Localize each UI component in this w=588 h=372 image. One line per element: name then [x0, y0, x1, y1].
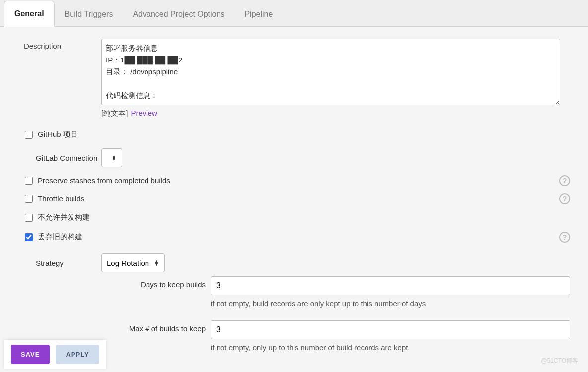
tab-pipeline[interactable]: Pipeline — [234, 2, 283, 27]
description-textarea[interactable] — [101, 39, 560, 105]
days-to-keep-label: Days to keep builds — [111, 276, 211, 293]
tab-general[interactable]: General — [4, 1, 55, 27]
preserve-stashes-label[interactable]: Preserve stashes from completed builds — [38, 176, 170, 185]
preserve-stashes-row: Preserve stashes from completed builds ? — [12, 171, 580, 189]
days-to-keep-help: if not empty, build records are only kep… — [211, 299, 570, 308]
disallow-concurrent-row: 不允许并发构建 — [12, 208, 580, 227]
max-builds-row: Max # of builds to keep if not empty, on… — [111, 320, 580, 362]
save-button[interactable]: SAVE — [11, 345, 50, 364]
description-row: Description [纯文本] Preview — [12, 39, 580, 118]
apply-button[interactable]: APPLY — [56, 345, 99, 364]
max-builds-label: Max # of builds to keep — [111, 320, 211, 337]
throttle-builds-checkbox[interactable] — [25, 195, 33, 203]
gitlab-connection-select[interactable] — [101, 148, 122, 167]
max-builds-help: if not empty, only up to this number of … — [211, 343, 570, 352]
description-format-links: [纯文本] Preview — [101, 109, 560, 118]
throttle-builds-label[interactable]: Throttle builds — [38, 194, 84, 203]
disallow-concurrent-label[interactable]: 不允许并发构建 — [38, 213, 90, 222]
description-label: Description — [12, 39, 101, 53]
tab-advanced-project-options[interactable]: Advanced Project Options — [123, 2, 234, 27]
plaintext-label: [纯文本] — [101, 109, 128, 117]
help-icon[interactable]: ? — [559, 232, 570, 243]
strategy-label: Strategy — [12, 259, 101, 267]
gitlab-connection-row: GitLab Connection ▲▼ — [12, 144, 580, 171]
config-content: Description [纯文本] Preview GitHub 项目 GitL… — [0, 27, 588, 372]
days-to-keep-input[interactable] — [211, 276, 570, 295]
strategy-row: Strategy Log Rotation ▲▼ — [12, 249, 580, 276]
discard-old-checkbox[interactable] — [25, 233, 33, 241]
strategy-select[interactable]: Log Rotation — [101, 253, 165, 272]
days-to-keep-row: Days to keep builds if not empty, build … — [111, 276, 580, 317]
config-tabs: General Build Triggers Advanced Project … — [0, 0, 588, 27]
discard-old-row: 丢弃旧的构建 ? — [12, 227, 580, 247]
help-icon[interactable]: ? — [559, 175, 570, 186]
github-project-label[interactable]: GitHub 项目 — [38, 130, 78, 139]
preserve-stashes-checkbox[interactable] — [25, 177, 33, 185]
button-bar: SAVE APPLY — [4, 340, 106, 369]
preview-link[interactable]: Preview — [131, 109, 157, 117]
github-project-row: GitHub 项目 — [12, 125, 580, 144]
max-builds-input[interactable] — [211, 320, 570, 339]
throttle-builds-row: Throttle builds ? — [12, 189, 580, 208]
tab-build-triggers[interactable]: Build Triggers — [55, 2, 123, 27]
github-project-checkbox[interactable] — [25, 131, 33, 139]
discard-old-label[interactable]: 丢弃旧的构建 — [38, 232, 82, 242]
watermark: @51CTO博客 — [541, 357, 578, 365]
help-icon[interactable]: ? — [559, 193, 570, 204]
disallow-concurrent-checkbox[interactable] — [25, 214, 33, 222]
gitlab-connection-label: GitLab Connection — [12, 154, 101, 162]
